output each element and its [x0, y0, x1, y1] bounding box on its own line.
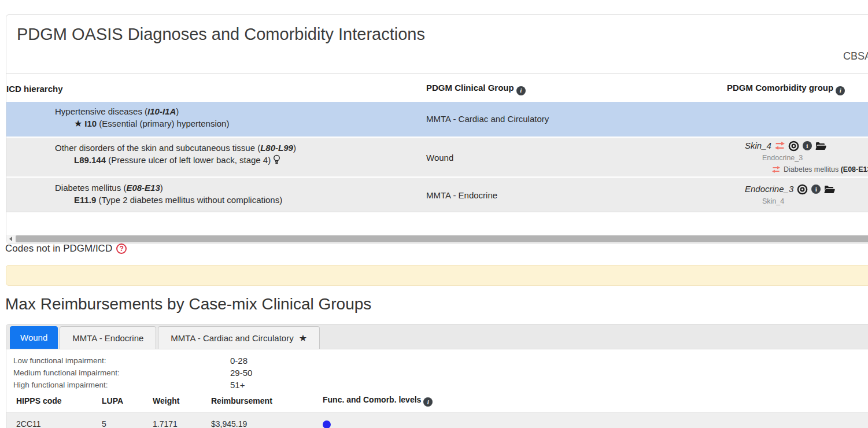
- eye-icon[interactable]: [797, 184, 808, 195]
- comorbidity-primary-line: Endocrine_3 i: [727, 183, 868, 195]
- comorbidity-group-name: Endocrine_3: [745, 183, 793, 195]
- info-icon[interactable]: i: [423, 397, 433, 407]
- impairment-row-medium: Medium functional impairment: 29-50: [13, 367, 252, 379]
- impairment-row-low: Low functional impairment: 0-28: [13, 355, 252, 367]
- icd-hierarchy-label: Diabetes mellitus (E08-E13): [6, 182, 426, 194]
- clinical-group-tabs: Wound MMTA - Endocrine MMTA - Cardiac an…: [6, 324, 868, 349]
- icd-range-code: E08-E13: [126, 183, 160, 193]
- comorbidity-group-name: Skin_4: [745, 139, 771, 152]
- comorbidity-interaction-line: Diabetes mellitus (E08-E13): [727, 164, 868, 175]
- icd-code-line: ★I10 (Essential (primary) hypertension): [6, 117, 426, 130]
- reimbursements-card: Wound MMTA - Endocrine MMTA - Cardiac an…: [6, 324, 868, 428]
- clinical-group-cell: MMTA - Cardiac and Circulatory: [426, 102, 727, 138]
- icd-description: (Essential (primary) hypertension): [97, 119, 229, 128]
- comorbidity-cell: Skin_4 i Endocrine_3 Diabetes mellitus (…: [727, 138, 868, 178]
- column-header-comorbidity-group: PDGM Comorbidity groupi: [727, 73, 868, 102]
- levels-cell: [323, 412, 868, 428]
- column-header-lupa: LUPA: [102, 389, 153, 412]
- diagnoses-table-header: ICD hierarchy PDGM Clinical Groupi PDGM …: [6, 73, 868, 102]
- diagnoses-card: PDGM OASIS Diagnoses and Comorbidity Int…: [6, 14, 868, 243]
- horizontal-scrollbar[interactable]: [6, 235, 868, 243]
- interaction-code-range: (E08-E13): [841, 165, 868, 174]
- column-header-weight: Weight: [153, 389, 211, 412]
- weight-cell: 1.7171: [153, 412, 211, 428]
- icd-code-line: L89.144 (Pressure ulcer of left lower ba…: [6, 154, 426, 168]
- info-icon[interactable]: i: [803, 141, 812, 150]
- scrollbar-thumb[interactable]: [16, 235, 868, 242]
- clinical-group-cell: MMTA - Endocrine: [426, 178, 727, 212]
- info-icon[interactable]: i: [516, 86, 526, 95]
- scroll-left-arrow-icon: [9, 237, 12, 241]
- column-header-icd: ICD hierarchy: [6, 73, 426, 102]
- primary-diagnosis-star-icon: ★: [74, 119, 82, 128]
- info-icon[interactable]: i: [811, 185, 821, 194]
- icd-code: I10: [84, 119, 97, 128]
- codes-not-in-pdgm-note: Codes not in PDGM/ICD ?: [5, 243, 127, 254]
- icd-code-line: E11.9 (Type 2 diabetes mellitus without …: [6, 194, 426, 206]
- lightbulb-icon[interactable]: [273, 154, 280, 168]
- icd-hierarchy-label: Hypertensive diseases (I10-I1A): [6, 105, 426, 117]
- diagnosis-row-hypertension[interactable]: Hypertensive diseases (I10-I1A) ★I10 (Es…: [6, 102, 868, 138]
- reimbursement-row: 2CC11 5 1.7171 $3,945.19: [6, 412, 868, 428]
- impairment-levels-list: Low functional impairment: 0-28 Medium f…: [13, 355, 252, 391]
- tab-wound[interactable]: Wound: [10, 326, 58, 349]
- reimbursement-table: HIPPS code LUPA Weight Reimbursement Fun…: [6, 389, 868, 428]
- diagnoses-table: ICD hierarchy PDGM Clinical Groupi PDGM …: [6, 73, 868, 212]
- icd-hierarchy-label: Other disorders of the skin and subcutan…: [6, 142, 426, 154]
- clinical-group-cell: Wound: [426, 138, 727, 178]
- icd-range-code: I10-I1A: [147, 106, 176, 116]
- comorbidity-secondary-group: Skin_4: [727, 195, 868, 207]
- diagnosis-row-skin[interactable]: Other disorders of the skin and subcutan…: [6, 138, 868, 178]
- eye-icon[interactable]: [788, 141, 799, 152]
- reimbursement-table-header: HIPPS code LUPA Weight Reimbursement Fun…: [6, 389, 868, 412]
- icd-description: (Type 2 diabetes mellitus without compli…: [96, 195, 282, 205]
- reimbursement-cell: $3,945.19: [211, 412, 323, 428]
- comorbidity-secondary-group: Endocrine_3: [727, 152, 868, 164]
- primary-diagnosis-star-icon: ★: [299, 333, 307, 344]
- column-header-reimbursement: Reimbursement: [211, 389, 323, 412]
- folder-open-icon[interactable]: [815, 142, 826, 150]
- scroll-left-button[interactable]: [6, 235, 15, 243]
- codes-note-label: Codes not in PDGM/ICD: [5, 243, 112, 254]
- comorbidity-cell: Endocrine_3 i Skin_4: [727, 178, 868, 212]
- column-header-clinical-group: PDGM Clinical Groupi: [426, 73, 727, 102]
- icd-range-code: L80-L99: [260, 143, 293, 153]
- diagnosis-row-diabetes[interactable]: Diabetes mellitus (E08-E13) E11.9 (Type …: [6, 178, 868, 212]
- question-circle-icon[interactable]: ?: [116, 243, 127, 254]
- tab-mmta-endocrine[interactable]: MMTA - Endocrine: [60, 326, 156, 349]
- icd-code: E11.9: [74, 195, 96, 205]
- interaction-diagnosis: Diabetes mellitus: [784, 165, 841, 174]
- hipps-code-cell: 2CC11: [6, 412, 102, 428]
- cbsa-label: CBSA: [843, 50, 868, 62]
- comorbidity-cell: [727, 102, 868, 138]
- warning-alert-bar: [6, 265, 868, 286]
- interaction-swap-icon: [775, 142, 785, 150]
- info-icon[interactable]: i: [836, 86, 845, 95]
- icd-code: L89.144: [74, 155, 106, 165]
- lupa-cell: 5: [102, 412, 153, 428]
- tab-mmta-cardiac[interactable]: MMTA - Cardiac and Circulatory ★: [158, 326, 320, 349]
- icd-description: (Pressure ulcer of left lower back, stag…: [106, 155, 271, 165]
- folder-open-icon[interactable]: [824, 185, 835, 194]
- reimbursements-title: Max Reimbursements by Case-mix Clinical …: [5, 295, 371, 313]
- comorbidity-primary-line: Skin_4 i: [727, 139, 868, 152]
- column-header-hipps: HIPPS code: [6, 389, 102, 412]
- level-indicator-dot[interactable]: [323, 420, 331, 428]
- column-header-levels: Func. and Comorb. levelsi: [323, 389, 868, 412]
- interaction-swap-icon: [772, 166, 780, 173]
- page-title: PDGM OASIS Diagnoses and Comorbidity Int…: [17, 25, 425, 44]
